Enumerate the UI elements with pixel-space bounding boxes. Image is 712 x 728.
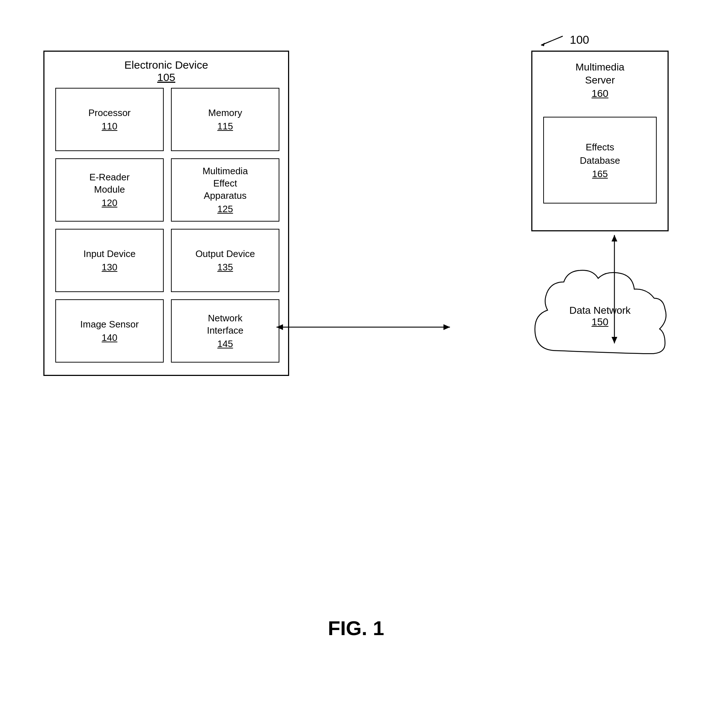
output-device-box: Output Device 135 [171, 229, 279, 292]
image-sensor-label: Image Sensor [80, 319, 139, 331]
arrow-100-icon [537, 33, 567, 47]
image-sensor-number: 140 [102, 332, 117, 343]
components-grid: Processor 110 Memory 115 E-ReaderModule … [55, 88, 279, 363]
svg-marker-7 [611, 337, 617, 343]
reference-100-label: 100 [570, 33, 589, 47]
multimedia-server-label: MultimediaServer [533, 61, 668, 87]
effects-database-label: EffectsDatabase [580, 141, 620, 167]
network-to-data-arrow-icon [273, 318, 454, 336]
svg-marker-6 [611, 235, 617, 242]
network-interface-number: 145 [217, 338, 233, 350]
processor-box: Processor 110 [55, 88, 164, 151]
input-device-number: 130 [102, 262, 117, 273]
network-interface-label: NetworkInterface [207, 312, 243, 337]
electronic-device-number: 105 [44, 71, 288, 83]
multimedia-server-title: MultimediaServer 160 [533, 61, 668, 100]
image-sensor-box: Image Sensor 140 [55, 299, 164, 363]
output-device-number: 135 [217, 262, 233, 273]
fig-caption: FIG. 1 [328, 616, 384, 640]
ereader-module-number: 120 [102, 197, 117, 209]
processor-label: Processor [88, 107, 131, 119]
svg-marker-4 [444, 324, 450, 330]
multimedia-effect-label: MultimediaEffectApparatus [202, 165, 248, 202]
memory-label: Memory [208, 107, 242, 119]
memory-box: Memory 115 [171, 88, 279, 151]
multimedia-effect-box: MultimediaEffectApparatus 125 [171, 158, 279, 222]
processor-number: 110 [102, 121, 117, 132]
effects-database-box: EffectsDatabase 165 [543, 117, 657, 203]
multimedia-effect-number: 125 [217, 203, 233, 215]
multimedia-server-box: MultimediaServer 160 EffectsDatabase 165 [531, 50, 669, 231]
effects-database-number: 165 [592, 168, 608, 179]
data-network-cloud: Data Network 150 [521, 257, 679, 376]
input-device-box: Input Device 130 [55, 229, 164, 292]
electronic-device-label: Electronic Device [44, 59, 288, 71]
ereader-module-label: E-ReaderModule [89, 171, 129, 196]
svg-marker-3 [276, 324, 283, 330]
multimedia-server-number: 160 [533, 87, 668, 100]
electronic-device-title: Electronic Device 105 [44, 59, 288, 83]
ereader-module-box: E-ReaderModule 120 [55, 158, 164, 222]
svg-marker-1 [541, 43, 545, 46]
output-device-label: Output Device [196, 248, 255, 260]
data-to-effects-arrow-icon [605, 231, 623, 347]
electronic-device-box: Electronic Device 105 Processor 110 Memo… [43, 50, 289, 376]
input-device-label: Input Device [83, 248, 136, 260]
memory-number: 115 [217, 121, 233, 132]
diagram-container: 100 Electronic Device 105 Processor 110 … [22, 22, 690, 654]
network-interface-box: NetworkInterface 145 [171, 299, 279, 363]
